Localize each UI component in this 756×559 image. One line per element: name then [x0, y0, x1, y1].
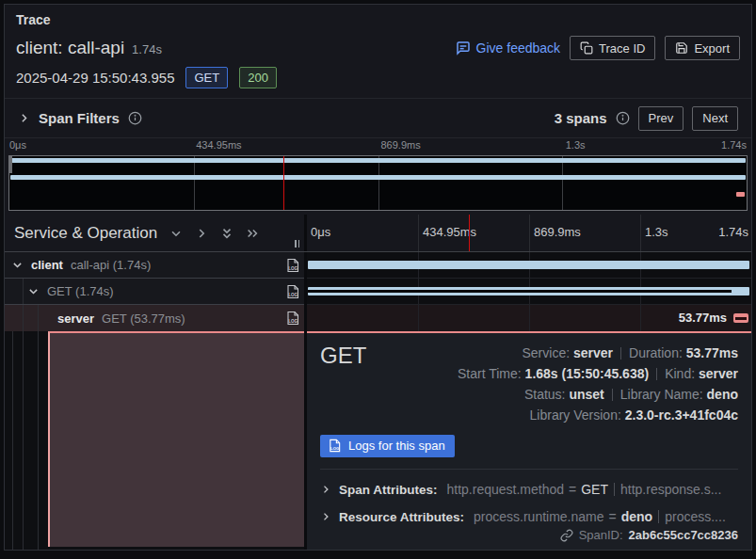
span-rows: client call-api (1.74s) LOG GET (1.74s) [5, 252, 751, 331]
timeline-tick: 1.74s [718, 215, 748, 250]
minimap-span-bar-server [736, 192, 745, 197]
minimap-drag-handle[interactable] [9, 156, 12, 173]
span-operation-name: call-api (1.74s) [71, 258, 151, 272]
double-chevron-down-icon[interactable] [220, 227, 233, 240]
timeline-header: Service & Operation 0μs 434.95ms 869.9ms… [5, 215, 751, 252]
minimap-gridline [194, 156, 195, 210]
minimap-tick: 0μs [9, 139, 26, 151]
minimap-gridline [562, 156, 563, 210]
chevron-right-icon [320, 484, 331, 495]
collapse-chevron-icon[interactable] [27, 285, 40, 297]
selected-span-color-block [48, 331, 304, 547]
span-count: 3 spans [555, 110, 607, 126]
minimap-canvas[interactable] [8, 155, 748, 211]
span-operation-name: GET (53.77ms) [102, 311, 185, 326]
minimap-tick-labels: 0μs 434.95ms 869.9ms 1.3s 1.74s [8, 139, 748, 152]
indent-guide [38, 305, 39, 331]
critical-path-stripe [308, 290, 732, 293]
span-id-label: SpanID: [579, 528, 623, 542]
minimap-tick: 869.9ms [378, 139, 421, 151]
span-detail-indent-area [5, 331, 304, 550]
timeline-tick: 1.3s 1.74s [640, 215, 751, 251]
svg-text:LOG: LOG [330, 446, 340, 451]
info-icon [128, 111, 142, 125]
minimap-span-bar-get [10, 175, 746, 180]
chevron-right-icon[interactable] [195, 227, 208, 240]
minimap-tick: 1.3s [563, 139, 586, 151]
chevron-down-icon[interactable] [169, 227, 183, 240]
indent-guide [23, 305, 24, 331]
indent-guide [23, 279, 24, 304]
trace-start-timestamp: 2025-04-29 15:50:43.955 [16, 70, 174, 86]
span-filters-title: Span Filters [39, 110, 120, 126]
trace-header: Trace client: call-api 1.74s Give feedba… [5, 5, 751, 99]
span-bar-client[interactable] [308, 261, 749, 269]
span-operation-name: GET (1.74s) [47, 284, 114, 298]
chevron-right-icon [18, 112, 30, 124]
span-bar-get[interactable] [308, 287, 749, 295]
svg-text:LOG: LOG [288, 293, 298, 297]
resource-attributes-row[interactable]: Resource Attributes: process.runtime.nam… [320, 509, 738, 524]
minimap-span-bar-client [10, 158, 746, 163]
span-row-client[interactable]: client call-api (1.74s) LOG [5, 252, 751, 279]
service-operation-title: Service & Operation [14, 224, 157, 243]
indent-guide [23, 331, 24, 550]
span-attributes-row[interactable]: Span Attributes: http.request.method = G… [320, 482, 738, 497]
span-bar-server[interactable] [733, 313, 748, 323]
collapse-chevron-icon[interactable] [11, 259, 24, 271]
next-span-button[interactable]: Next [692, 106, 738, 131]
double-chevron-right-icon[interactable] [246, 227, 259, 240]
svg-text:LOG: LOG [288, 266, 298, 271]
minimap-cursor-line [283, 156, 284, 210]
span-id-value: 2ab6c55cc7cc8236 [629, 528, 738, 542]
indent-guide [38, 331, 39, 550]
span-row-server-selected[interactable]: server GET (53.77ms) LOG 53.77ms [5, 305, 751, 331]
log-icon[interactable]: LOG [285, 258, 300, 273]
panel-title: Trace [16, 12, 740, 27]
chevron-right-icon [320, 511, 331, 522]
export-button[interactable]: Export [665, 36, 740, 60]
svg-text:LOG: LOG [288, 319, 298, 324]
span-id-footer[interactable]: SpanID: 2ab6c55cc7cc8236 [560, 528, 738, 542]
span-detail-meta: Service: serverDuration: 53.77ms Start T… [458, 343, 738, 425]
trace-id-button[interactable]: Trace ID [570, 36, 655, 60]
log-icon: LOG [328, 439, 342, 453]
log-icon[interactable]: LOG [285, 311, 300, 326]
trace-duration: 1.74s [132, 42, 162, 56]
minimap-gridline [378, 156, 379, 210]
http-method-badge: GET [185, 67, 228, 88]
link-icon [560, 529, 573, 542]
span-filters-bar: Span Filters 3 spans Prev Next [5, 99, 751, 138]
span-detail-title: GET [320, 343, 366, 425]
span-service-name: server [57, 311, 94, 326]
minimap-tick: 434.95ms [193, 139, 241, 151]
log-icon[interactable]: LOG [285, 284, 300, 299]
save-icon [675, 41, 688, 55]
timeline-tick: 869.9ms [529, 215, 640, 251]
span-filters-toggle[interactable]: Span Filters [18, 110, 142, 126]
give-feedback-link[interactable]: Give feedback [456, 40, 561, 56]
span-detail-section: GET Service: serverDuration: 53.77ms Sta… [5, 331, 751, 550]
timeline-tick: 434.95ms [418, 215, 529, 251]
span-row-get[interactable]: GET (1.74s) LOG [5, 279, 751, 305]
critical-path-stripe [735, 317, 747, 320]
timeline-cursor-line [469, 215, 470, 251]
span-duration-label: 53.77ms [679, 305, 727, 331]
indent-guide [12, 331, 13, 550]
column-resize-handle[interactable] [295, 240, 299, 248]
span-service-name: client [31, 258, 63, 272]
http-status-badge: 200 [239, 67, 277, 88]
trace-panel: Trace client: call-api 1.74s Give feedba… [4, 4, 752, 551]
minimap-tick: 1.74s [721, 139, 747, 151]
logs-for-span-button[interactable]: LOG Logs for this span [320, 435, 455, 457]
span-detail-panel: GET Service: serverDuration: 53.77ms Sta… [307, 331, 751, 550]
trace-minimap: 0μs 434.95ms 869.9ms 1.3s 1.74s [5, 138, 751, 215]
timeline-tick: 0μs [307, 215, 418, 251]
copy-icon [580, 41, 593, 55]
timeline-ruler: 0μs 434.95ms 869.9ms 1.3s 1.74s [307, 215, 751, 251]
divider [320, 469, 738, 470]
comment-icon [456, 40, 471, 56]
prev-span-button[interactable]: Prev [638, 106, 684, 131]
trace-title: client: call-api [16, 38, 124, 58]
info-icon [616, 111, 630, 125]
